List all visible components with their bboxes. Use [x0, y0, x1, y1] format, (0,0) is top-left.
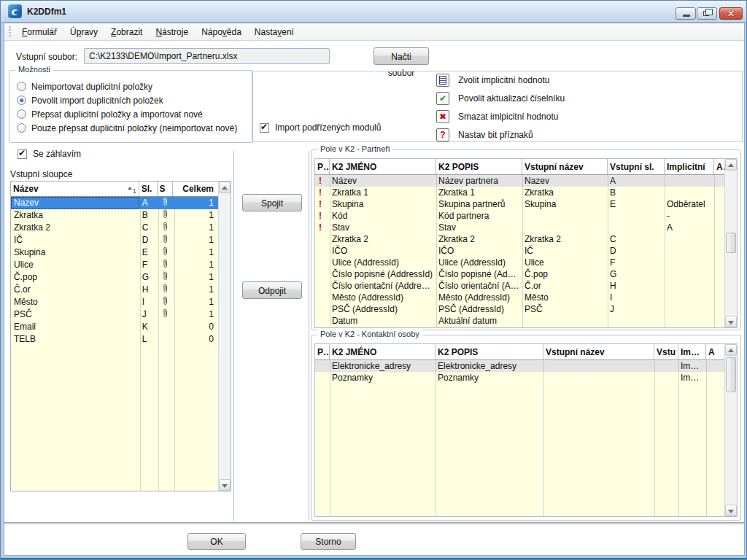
paperclip-icon	[162, 296, 169, 308]
radio-label: Pouze přepsat duplicitní položky (neimpo…	[31, 123, 237, 133]
scroll-down-icon[interactable]	[725, 505, 737, 516]
input-column-row-11[interactable]: TELBL0	[11, 333, 218, 346]
input-column-row-7[interactable]: Č.orH1	[11, 284, 218, 296]
column-header-2[interactable]: K2 POPIS	[436, 159, 522, 174]
legend-item-0[interactable]: Zvolit implicitní hodnotu	[436, 74, 565, 87]
contacts-row-1[interactable]: PoznamkyPoznamkyImpo...	[315, 372, 724, 384]
partners-row-11[interactable]: PSČ (AddressId)PSČ (AddressId)PSČJ	[315, 303, 724, 315]
input-column-row-6[interactable]: Č.popG1	[11, 271, 218, 284]
partners-row-5[interactable]: Zkratka 2Zkratka 2Zkratka 2C	[315, 233, 724, 245]
column-header-5[interactable]: Implicitní	[665, 159, 714, 174]
menu-item-4[interactable]: Nápověda	[195, 25, 248, 39]
column-header-6[interactable]: A	[714, 159, 724, 174]
legend-item-1[interactable]: ✔Povolit aktualizaci číselníku	[436, 92, 565, 105]
partners-row-0[interactable]: !NázevNázev partneraNazevA	[315, 175, 724, 187]
partners-row-3[interactable]: !KódKód partnera-	[315, 210, 724, 222]
ok-button[interactable]: OK	[187, 533, 246, 550]
question-icon[interactable]: ?	[436, 128, 449, 141]
partners-row-6[interactable]: IČOIČOIČD	[315, 245, 724, 257]
column-header-4[interactable]: Vstupní sl.	[608, 159, 665, 174]
partners-row-4[interactable]: !StavStavA	[315, 222, 724, 233]
column-header-0[interactable]: PP	[315, 344, 330, 359]
column-header-1[interactable]: K2 JMÉNO	[330, 344, 436, 359]
partners-scrollbar[interactable]	[724, 159, 737, 327]
partners-table: PPK2 JMÉNOK2 POPISVstupní názevVstupní s…	[314, 158, 738, 328]
scroll-up-icon[interactable]	[725, 159, 737, 171]
detach-button[interactable]: Odpojit	[242, 281, 302, 299]
column-header-3[interactable]: Vstupní název	[522, 159, 608, 174]
scroll-down-icon[interactable]	[725, 316, 737, 327]
import-modules-label: Import podřízených modulů	[275, 122, 381, 133]
menu-item-1[interactable]: Úpravy	[63, 25, 104, 39]
input-column-row-2[interactable]: Zkratka 2C1	[11, 222, 218, 234]
radio-option-2[interactable]: Přepsat duplicitní položky a importovat …	[17, 107, 237, 121]
column-header-s[interactable]: S	[158, 182, 174, 196]
partners-row-9[interactable]: Číslo orientační (AddressId)Číslo orient…	[315, 280, 724, 292]
contacts-row-0[interactable]: Elektronicke_adresyElektronicke_adresyIm…	[315, 360, 724, 372]
scroll-thumb[interactable]	[726, 357, 736, 392]
column-header-name[interactable]: Název 1	[11, 182, 139, 196]
menu-item-0[interactable]: Formulář	[15, 25, 63, 39]
radio-option-1[interactable]: Povolit import duplicitních položek	[17, 93, 237, 107]
scroll-up-icon[interactable]	[725, 344, 737, 356]
scroll-track[interactable]	[725, 171, 737, 316]
input-column-row-3[interactable]: IČD1	[11, 234, 218, 246]
scroll-track[interactable]	[725, 356, 737, 505]
column-header-2[interactable]: K2 POPIS	[436, 344, 543, 359]
input-columns-scrollbar[interactable]	[218, 182, 231, 491]
title-bar[interactable]: K2DDfm1 ✕	[1, 1, 746, 23]
join-button[interactable]: Spojit	[242, 194, 302, 211]
radio-label: Povolit import duplicitních položek	[31, 96, 163, 106]
scroll-up-icon[interactable]	[219, 182, 231, 193]
contacts-header: PPK2 JMÉNOK2 POPISVstupní názevVstuImpli…	[315, 344, 724, 360]
document-icon[interactable]	[436, 74, 449, 87]
partners-row-2[interactable]: !SkupinaSkupina partnerůSkupinaEOdběrate…	[315, 198, 724, 210]
grid-line	[706, 360, 707, 516]
partners-row-7[interactable]: Ulice (AddressId)Ulice (AddressId)UliceF	[315, 257, 724, 268]
partners-row-12[interactable]: DatumAktuální datum	[315, 315, 724, 327]
with-header-checkbox[interactable]: Se záhlavím	[18, 149, 81, 159]
checkbox-icon	[260, 123, 269, 133]
partners-row-1[interactable]: !Zkratka 1Zkratka 1ZkratkaB	[315, 187, 724, 198]
column-header-sl[interactable]: Sl.	[139, 182, 158, 196]
scroll-track[interactable]	[219, 193, 231, 479]
column-header-4[interactable]: Vstu	[654, 344, 678, 359]
check-icon[interactable]: ✔	[436, 92, 449, 105]
input-columns-title: Vstupní sloupce	[10, 169, 72, 179]
load-file-button[interactable]: Načti soubor	[374, 47, 429, 65]
import-modules-checkbox[interactable]: Import podřízených modulů	[260, 122, 381, 133]
input-column-row-0[interactable]: NazevA1	[11, 197, 218, 209]
input-column-row-8[interactable]: MěstoI1	[11, 296, 218, 308]
minimize-button[interactable]	[676, 7, 696, 20]
partners-row-10[interactable]: Město (AddressId)Město (AddressId)MěstoI	[315, 292, 724, 303]
menu-item-2[interactable]: Zobrazit	[104, 25, 149, 39]
contacts-scrollbar[interactable]	[724, 344, 737, 516]
delete-icon[interactable]: ✖	[436, 110, 449, 123]
menu-item-3[interactable]: Nástroje	[149, 25, 195, 39]
legend-item-3[interactable]: ?Nastav bit příznaků	[436, 128, 565, 141]
column-header-1[interactable]: K2 JMÉNO	[330, 159, 436, 174]
column-header-5[interactable]: Implici	[678, 344, 706, 359]
legend-item-2[interactable]: ✖Smazat imlpicitní hodnotu	[436, 110, 565, 123]
radio-option-0[interactable]: Neimportovat duplicitní položky	[17, 79, 237, 93]
input-column-row-9[interactable]: PSČJ1	[11, 308, 218, 321]
input-columns-table: Název 1 Sl. S Celkem NazevA1ZkratkaB1Zkr…	[10, 181, 231, 491]
menu-gripper-handle[interactable]	[9, 26, 11, 38]
column-header-0[interactable]: PP	[315, 159, 330, 174]
restore-button[interactable]	[697, 7, 717, 20]
input-column-row-10[interactable]: EmailK0	[11, 321, 218, 333]
input-column-row-4[interactable]: SkupinaE1	[11, 246, 218, 259]
menu-item-5[interactable]: Nastavení	[248, 25, 301, 39]
scroll-thumb[interactable]	[726, 233, 736, 253]
partners-row-8[interactable]: Číslo popisné (AddressId)Číslo popisné (…	[315, 268, 724, 280]
cancel-button[interactable]: Storno	[301, 533, 356, 550]
input-column-row-5[interactable]: UliceF1	[11, 259, 218, 271]
column-header-total[interactable]: Celkem	[173, 182, 218, 196]
input-column-row-1[interactable]: ZkratkaB1	[11, 209, 218, 222]
close-button[interactable]: ✕	[719, 7, 743, 20]
scroll-down-icon[interactable]	[219, 479, 231, 491]
column-header-3[interactable]: Vstupní název	[543, 344, 654, 359]
radio-option-3[interactable]: Pouze přepsat duplicitní položky (neimpo…	[17, 121, 237, 135]
column-header-6[interactable]: A	[706, 344, 724, 359]
input-file-field[interactable]: C:\K2133\DEMO\Import_Partneru.xlsx	[84, 48, 330, 64]
